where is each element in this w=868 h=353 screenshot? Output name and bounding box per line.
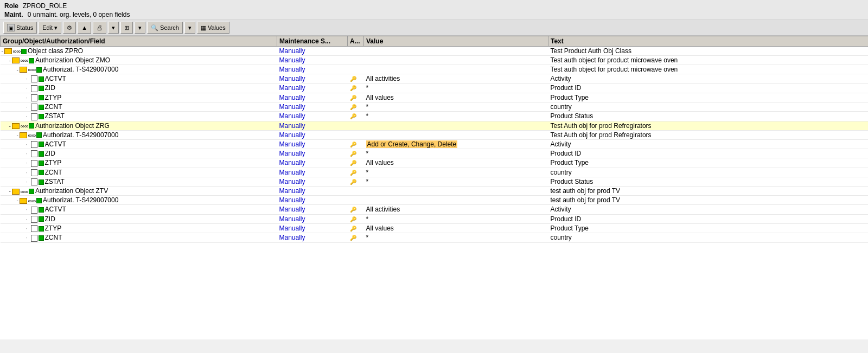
tree-cell: -∞∞Authorization Object ZRG [1,121,277,130]
table-row[interactable]: -∞∞Authorization Object ZRGManuallyTest … [1,121,869,130]
table-row[interactable]: ·ZIDManually🔑*Product ID [1,214,869,223]
table-row[interactable]: ·ACTVTManually🔑All activitiesActivity [1,74,869,84]
tree-label: ZTYP [45,159,62,166]
search-button[interactable]: 🔍 Search [147,22,183,34]
expand-icon[interactable]: - [9,57,11,63]
a-cell: 🔑 [348,102,364,111]
maint-cell: Manually [277,102,348,111]
text-value: Activity [551,206,571,213]
table-row[interactable]: ·ZTYPManually🔑All valuesProduct Type [1,158,869,168]
up-icon: ▲ [81,24,87,31]
key-icon: 🔑 [350,104,356,110]
maint-value: Manually [279,84,305,92]
col-header-value: Value [364,36,548,47]
table-row[interactable]: ·ZCNTManually🔑*country [1,233,869,242]
search-label: Search [160,24,179,31]
grid-dropdown-button[interactable]: ▾ [135,22,145,34]
value-cell [364,65,548,74]
maint-label: Maint. [4,11,23,18]
dot-icon: · [24,235,30,241]
maint-value: Manually [279,94,305,101]
text-value: Test Auth obj for prod Refregirators [551,122,652,130]
a-cell [348,130,364,139]
value-text: * [366,169,369,176]
table-row[interactable]: -∞∞Authorizat. T-S429007000ManuallyTest … [1,65,869,74]
print-button[interactable]: 🖨 [93,22,106,34]
table-row[interactable]: ·ZTYPManually🔑All valuesProduct Type [1,93,869,102]
grid-button[interactable]: ⊞ [120,22,133,34]
value-text: All activities [366,75,400,82]
value-text: All values [366,224,394,232]
green-square-icon [36,132,42,138]
table-row[interactable]: ·ZSTATManually🔑*Product Status [1,177,869,186]
expand-icon[interactable]: - [2,48,3,54]
filter-button[interactable]: ⚙ [63,22,76,34]
value-cell [364,130,548,139]
value-cell: * [364,177,548,186]
expand-icon[interactable]: - [17,197,18,203]
a-cell [348,56,364,65]
table-row[interactable]: -∞∞Authorization Object ZMOManuallyTest … [1,56,869,65]
expand-icon[interactable]: - [17,67,18,73]
infinity-icon: ∞∞ [28,198,36,204]
table-row[interactable]: ·ZCNTManually🔑*country [1,102,869,111]
a-cell: 🔑 [348,214,364,223]
table-row[interactable]: ·ZSTATManually🔑*Product Status [1,112,869,121]
folder-icon [20,67,27,73]
tree-label: ZID [45,150,55,157]
print-dropdown-button[interactable]: ▾ [108,22,119,34]
doc-icon [31,94,37,101]
table-row[interactable]: ·ZIDManually🔑*Product ID [1,84,869,93]
maint-cell: Manually [277,47,348,56]
status-button[interactable]: ▣ Status [3,22,37,34]
table-row[interactable]: ·ZIDManually🔑*Product ID [1,149,869,158]
value-cell: * [364,214,548,223]
search-dropdown-button[interactable]: ▾ [184,22,195,34]
edit-button[interactable]: Edit ▾ [39,22,61,34]
text-value: Test auth object for product microwave o… [551,56,678,64]
expand-icon[interactable]: - [9,123,11,129]
value-cell [364,196,548,205]
text-cell: country [548,168,869,177]
values-button[interactable]: ▦ Values [197,22,229,34]
value-cell [364,121,548,130]
value-text: All activities [366,206,400,213]
toolbar: ▣ Status Edit ▾ ⚙ ▲ 🖨 ▾ ⊞ ▾ 🔍 Search ▾ ▦… [0,20,868,36]
maint-value: Manually [279,112,305,120]
table-row[interactable]: ·ACTVTManually🔑Add or Create, Change, De… [1,139,869,149]
green-square-icon [39,86,44,91]
text-cell: Test Product Auth Obj Class [548,47,869,56]
table-row[interactable]: -∞∞Authorizat. T-S429007000Manuallytest … [1,196,869,205]
doc-icon [31,113,37,120]
value-cell: Add or Create, Change, Delete [364,139,548,149]
green-square-icon [39,105,44,110]
green-square-icon [39,161,44,166]
search-dropdown-icon: ▾ [188,24,192,31]
green-square-icon [39,216,44,222]
table-header-row: Group/Object/Authorization/Field Mainten… [1,36,869,47]
value-cell: All values [364,223,548,233]
expand-icon[interactable]: - [17,132,18,138]
maint-cell: Manually [277,130,348,139]
up-button[interactable]: ▲ [78,22,91,34]
expand-icon[interactable]: - [9,188,11,194]
a-cell: 🔑 [348,233,364,242]
table-row[interactable]: ·ZTYPManually🔑All valuesProduct Type [1,223,869,233]
table-row[interactable]: ·ACTVTManually🔑All activitiesActivity [1,205,869,214]
table-row[interactable]: ·ZCNTManually🔑*country [1,168,869,177]
table-row[interactable]: -∞∞Authorization Object ZTVManuallytest … [1,187,869,196]
maint-value: Manually [279,169,305,176]
infinity-icon: ∞∞ [13,48,21,54]
table-row[interactable]: -∞∞Object class ZPROManuallyTest Product… [1,47,869,56]
dot-icon: · [24,151,30,157]
key-icon: 🔑 [350,95,356,101]
text-cell: country [548,102,869,111]
tree-label: ZCNT [45,234,62,241]
text-cell: Test auth object for product microwave o… [548,56,869,65]
dot-icon: · [24,216,30,222]
tree-cell: ·ZCNT [1,168,277,177]
table-row[interactable]: -∞∞Authorizat. T-S429007000ManuallyTest … [1,130,869,139]
green-square-icon [36,198,42,203]
maint-value: Manually [279,75,305,82]
tree-label: ZCNT [45,169,62,176]
